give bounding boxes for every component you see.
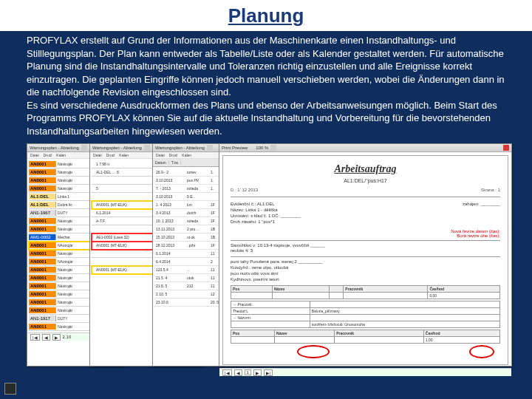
window-title: Print Preview — [222, 146, 248, 150]
pager-page: 1 — [245, 369, 251, 375]
report-block-3: poní tahy Porušené para. wenej 2 _______… — [231, 259, 500, 282]
page-title: Planung — [0, 0, 532, 27]
menu-kalen[interactable]: Kalen — [182, 153, 191, 157]
zoom-indicator[interactable]: 100 % — [256, 146, 268, 150]
pager-first[interactable]: |◀ — [30, 334, 40, 341]
report-title: Arbeitsauftrag — [231, 163, 500, 175]
pager-next[interactable]: ▶ — [253, 369, 262, 376]
close-icon[interactable] — [503, 145, 509, 151]
menu-kalen[interactable]: Kalen — [119, 153, 129, 157]
report-red-note: Nová řevize datum (čas): Borá revize dne… — [231, 229, 500, 238]
menu-druck[interactable]: Drucl — [44, 153, 52, 157]
window-title: Wartungsplan - Abteilung — [155, 146, 205, 150]
report-block-right: zahájen: ________ — [463, 202, 500, 225]
panel-print-preview: Print Preview 100 % Arbeitsauftrag AL1:D… — [219, 143, 512, 366]
report-block-1: Evidenční č.: AL1:DELNázev: Linka 1 - dě… — [231, 202, 301, 225]
minimize-icon[interactable] — [81, 145, 87, 151]
menu-datei[interactable]: Datei — [156, 153, 165, 157]
body-paragraph: PROFYLAX erstellt auf Grund der Informat… — [0, 31, 532, 143]
report-block-2: Samohlásí v: 10:13-4 zapisuje: vvvvččíš … — [231, 243, 500, 255]
pager-prev[interactable]: ◀ — [234, 369, 242, 376]
pager-prev[interactable]: ◀ — [42, 334, 50, 341]
window-title: Wartungsplan - Abteilung — [30, 146, 79, 150]
minimize-icon[interactable] — [144, 145, 150, 151]
preview-pager[interactable]: |◀ ◀ 1 ▶ ▶| — [219, 368, 511, 376]
minimize-icon[interactable] — [207, 145, 213, 151]
menu-druck[interactable]: Drucl — [106, 153, 115, 157]
pager-date: 2.10 — [63, 335, 72, 339]
menu-kalen[interactable]: Kalen — [56, 153, 66, 157]
highlight-circle-1 — [297, 345, 330, 358]
highlight-circle-2 — [469, 345, 494, 358]
report-table-2: → Pracoviš: Theidoř:LBaluna_pil/znaný→ N… — [231, 301, 500, 328]
minimize-icon[interactable] — [270, 145, 276, 151]
report-subtitle: AL1:DEL/"pus:H17 — [231, 178, 500, 183]
titlebar: Print Preview 100 % — [219, 144, 511, 152]
menu-datei[interactable]: Datei — [93, 153, 102, 157]
report-table-1: PosNázevPracovníkČas/hod0,00 — [231, 285, 500, 299]
slide-bullet — [4, 383, 16, 395]
pager-last[interactable]: ▶| — [264, 369, 273, 376]
report-page-num: Strana : 1 — [481, 188, 500, 192]
menu-datei[interactable]: Datei — [30, 153, 39, 157]
report-page: Arbeitsauftrag AL1:DEL/"pus:H17 D : 1' 1… — [222, 155, 508, 365]
pager-first[interactable]: |◀ — [222, 369, 232, 376]
pager-next[interactable]: ▶ — [52, 334, 61, 341]
screenshot-collage: Wartungsplan - Abteilung Datei Drucl Kal… — [27, 143, 511, 372]
report-date: D : 1' 12 2013 — [231, 188, 258, 192]
menu-druck[interactable]: Drucl — [169, 153, 178, 157]
report-table-3: PosNázevPracovníkČas/hod1,00 — [231, 330, 500, 344]
window-title: Wartungsplan - Abteilung — [92, 146, 142, 150]
